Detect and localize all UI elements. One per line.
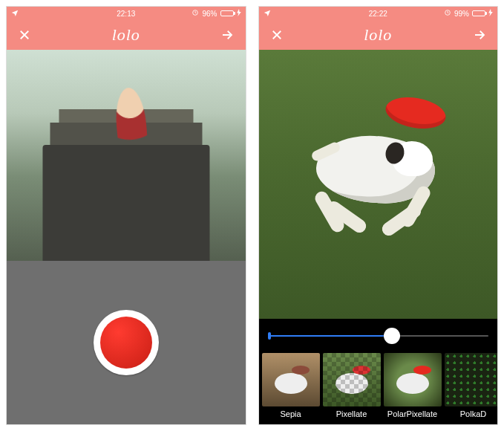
filter-thumbnail — [262, 353, 320, 406]
close-button[interactable] — [266, 25, 287, 45]
close-button[interactable] — [14, 25, 35, 45]
shutter-bar — [7, 261, 246, 424]
filter-thumbnail — [384, 353, 442, 406]
filter-label: PolkaD — [460, 406, 486, 423]
battery-icon — [472, 10, 485, 16]
battery-percent: 96% — [202, 10, 217, 18]
rotation-lock-icon — [444, 9, 451, 18]
battery-icon — [220, 10, 234, 16]
status-bar: 22:13 96% — [7, 7, 246, 20]
filter-label: Pixellate — [336, 406, 367, 423]
intensity-slider[interactable] — [269, 335, 489, 337]
filter-label: Sepia — [280, 406, 301, 423]
intensity-slider-row — [259, 319, 498, 353]
next-button[interactable] — [469, 25, 490, 45]
nav-bar: lolo — [7, 20, 246, 50]
filter-polarpixellate[interactable]: PolarPixellate — [384, 353, 442, 423]
battery-percent: 99% — [454, 10, 469, 18]
editor-controls: Sepia Pixellate PolarPixellate PolkaD — [259, 319, 498, 424]
slider-thumb[interactable] — [384, 328, 400, 344]
record-icon — [100, 317, 152, 369]
screen-editor: 22:22 99% lolo — [258, 6, 499, 425]
photo-preview — [259, 50, 498, 319]
filter-polkadot[interactable]: PolkaD — [445, 353, 498, 423]
charging-icon — [488, 9, 493, 18]
filter-label: PolarPixellate — [387, 406, 437, 423]
app-title: lolo — [112, 25, 140, 45]
status-bar: 22:22 99% — [259, 7, 498, 20]
rotation-lock-icon — [192, 9, 199, 18]
screen-camera: 22:13 96% lolo — [6, 6, 246, 425]
next-button[interactable] — [217, 25, 238, 45]
camera-preview — [7, 50, 246, 261]
app-title: lolo — [364, 25, 392, 45]
filter-thumbnail — [445, 353, 498, 406]
shutter-button[interactable] — [94, 310, 159, 375]
charging-icon — [237, 9, 241, 18]
airplane-mode-icon — [264, 9, 271, 18]
airplane-mode-icon — [11, 9, 19, 18]
filter-sepia[interactable]: Sepia — [262, 353, 320, 423]
filter-strip[interactable]: Sepia Pixellate PolarPixellate PolkaD — [259, 353, 498, 424]
nav-bar: lolo — [259, 20, 498, 50]
filter-pixellate[interactable]: Pixellate — [323, 353, 381, 423]
filter-thumbnail — [323, 353, 381, 406]
